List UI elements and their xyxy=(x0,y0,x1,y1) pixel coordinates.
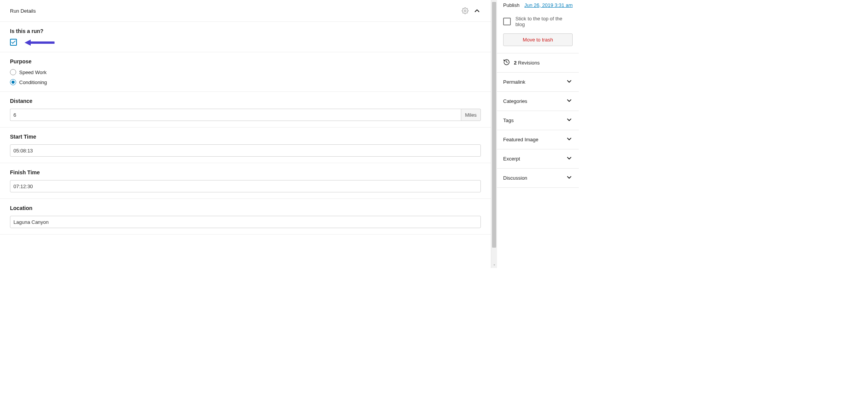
chevron-down-icon xyxy=(566,155,573,163)
main-content: Run Details Is this a run? xyxy=(0,0,491,268)
purpose-option-conditioning[interactable]: Conditioning xyxy=(10,79,481,85)
section-label: Excerpt xyxy=(503,156,520,162)
sidebar: Publish Jun 26, 2019 3:31 am Stick to th… xyxy=(497,0,579,268)
panel-header-actions xyxy=(462,7,481,15)
section-categories[interactable]: Categories xyxy=(497,92,579,111)
publish-label: Publish xyxy=(503,2,520,8)
field-location: Location xyxy=(0,199,491,235)
section-featured-image[interactable]: Featured Image xyxy=(497,130,579,149)
scroll-down-icon[interactable] xyxy=(491,262,497,268)
chevron-down-icon xyxy=(566,78,573,86)
section-excerpt[interactable]: Excerpt xyxy=(497,149,579,169)
annotation-arrow-icon xyxy=(24,38,55,48)
section-label: Featured Image xyxy=(503,137,538,142)
radio-label: Conditioning xyxy=(19,79,47,85)
section-label: Categories xyxy=(503,98,527,104)
field-start-time: Start Time xyxy=(0,127,491,163)
revisions-row[interactable]: 2 Revisions xyxy=(497,53,579,73)
chevron-down-icon xyxy=(566,116,573,124)
chevron-down-icon xyxy=(566,174,573,182)
history-icon xyxy=(503,59,510,67)
field-purpose: Purpose Speed Work Conditioning xyxy=(0,52,491,92)
field-label-purpose: Purpose xyxy=(10,58,481,65)
start-time-input[interactable] xyxy=(10,144,481,157)
gear-icon[interactable] xyxy=(462,7,469,14)
radio-icon xyxy=(10,69,16,75)
field-label-is-run: Is this a run? xyxy=(10,28,481,34)
move-to-trash-button[interactable]: Move to trash xyxy=(503,33,573,46)
is-run-checkbox[interactable] xyxy=(10,39,17,46)
stick-row: Stick to the top of the blog xyxy=(497,13,579,33)
panel-header: Run Details xyxy=(0,0,491,22)
field-label-start-time: Start Time xyxy=(10,134,481,140)
publish-date-link[interactable]: Jun 26, 2019 3:31 am xyxy=(524,2,573,8)
section-discussion[interactable]: Discussion xyxy=(497,169,579,188)
section-label: Discussion xyxy=(503,175,527,181)
revisions-text: 2 Revisions xyxy=(514,60,540,66)
field-label-distance: Distance xyxy=(10,98,481,104)
field-finish-time: Finish Time xyxy=(0,163,491,199)
chevron-up-icon[interactable] xyxy=(473,7,481,15)
scrollbar[interactable] xyxy=(491,0,497,268)
field-label-location: Location xyxy=(10,205,481,211)
section-permalink[interactable]: Permalink xyxy=(497,73,579,92)
field-is-run: Is this a run? xyxy=(0,22,491,52)
purpose-option-speed-work[interactable]: Speed Work xyxy=(10,69,481,75)
section-label: Permalink xyxy=(503,79,525,85)
scrollbar-thumb[interactable] xyxy=(492,2,496,248)
stick-label: Stick to the top of the blog xyxy=(515,16,573,27)
purpose-radio-group: Speed Work Conditioning xyxy=(10,69,481,85)
chevron-down-icon xyxy=(566,97,573,105)
section-tags[interactable]: Tags xyxy=(497,111,579,130)
svg-point-0 xyxy=(464,10,466,12)
section-label: Tags xyxy=(503,117,514,123)
radio-label: Speed Work xyxy=(19,69,46,75)
field-distance: Distance Miles xyxy=(0,92,491,127)
field-label-finish-time: Finish Time xyxy=(10,169,481,175)
finish-time-input[interactable] xyxy=(10,180,481,192)
radio-icon xyxy=(10,79,16,85)
stick-checkbox[interactable] xyxy=(503,18,511,25)
publish-row: Publish Jun 26, 2019 3:31 am xyxy=(497,0,579,13)
distance-input[interactable] xyxy=(10,109,461,121)
panel-title: Run Details xyxy=(10,8,36,14)
location-input[interactable] xyxy=(10,216,481,228)
chevron-down-icon xyxy=(566,136,573,144)
distance-unit: Miles xyxy=(461,109,481,121)
